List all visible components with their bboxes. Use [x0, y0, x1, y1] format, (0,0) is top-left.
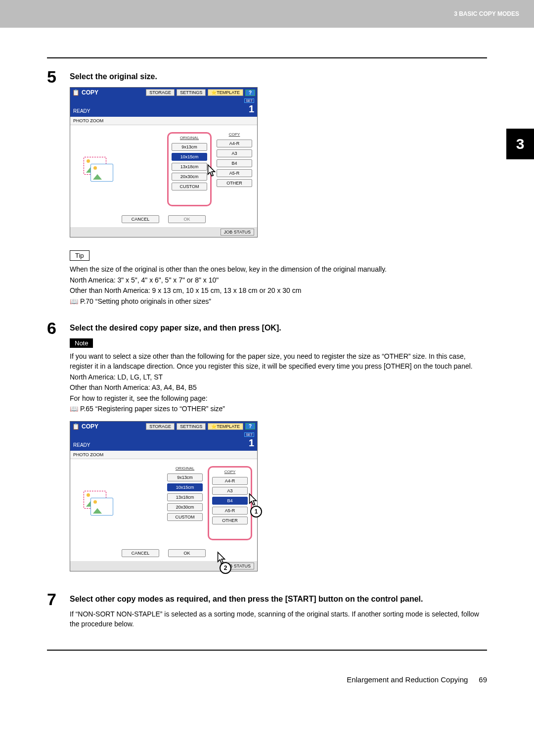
copy-b4[interactable]: B4: [217, 159, 252, 167]
copy-a3[interactable]: A3: [217, 149, 252, 157]
step-body-text: If “NON-SORT NON-STAPLE” is selected as …: [70, 610, 487, 629]
size-9x13[interactable]: 9x13cm: [172, 143, 207, 151]
copy-count: 1: [244, 104, 254, 114]
storage-button[interactable]: STORAGE: [146, 423, 175, 430]
tip-label: Tip: [70, 250, 89, 261]
copy-size-column: COPY A4-R A3 B4 A5-R OTHER: [208, 466, 252, 540]
size-10x15[interactable]: 10x15cm: [172, 153, 207, 161]
copy-other[interactable]: OTHER: [212, 517, 248, 524]
step-6: 6 Select the desired copy paper size, an…: [47, 320, 487, 578]
template-button[interactable]: ⭐TEMPLATE: [208, 89, 243, 96]
ok-button[interactable]: OK: [168, 549, 206, 557]
copy-a5r[interactable]: A5-R: [212, 507, 248, 515]
help-button[interactable]: ?: [245, 423, 255, 429]
template-button[interactable]: ⭐TEMPLATE: [208, 423, 243, 430]
set-label: SET: [244, 432, 254, 437]
tip-ref: P.70 “Setting photo originals in other s…: [70, 297, 487, 307]
step-title: Select the original size.: [70, 72, 487, 81]
page-number: 69: [479, 675, 487, 684]
status-text: READY: [73, 108, 90, 114]
size-10x15[interactable]: 10x15cm: [167, 483, 203, 491]
app-title: 📋 COPY: [72, 423, 98, 430]
footer-section: Enlargement and Reduction Copying: [347, 675, 468, 684]
help-button[interactable]: ?: [245, 90, 255, 96]
set-label: SET: [244, 98, 254, 103]
photo-zoom-icon: [75, 132, 120, 206]
copy-other[interactable]: OTHER: [217, 179, 252, 187]
note-body: If you want to select a size other than …: [70, 352, 487, 414]
callout-1: 1: [250, 506, 262, 518]
copy-size-column: COPY A4-R A3 B4 A5-R OTHER: [217, 132, 252, 206]
mode-label: PHOTO ZOOM: [70, 117, 257, 125]
copy-a5r[interactable]: A5-R: [217, 169, 252, 177]
size-custom[interactable]: CUSTOM: [172, 183, 207, 190]
callout-2: 2: [220, 562, 231, 574]
size-9x13[interactable]: 9x13cm: [167, 473, 203, 481]
ok-button[interactable]: OK: [168, 215, 206, 223]
step-number: 7: [47, 591, 61, 630]
original-size-column: ORIGINAL 9x13cm 10x15cm 13x18cm 20x30cm …: [167, 466, 203, 540]
size-custom[interactable]: CUSTOM: [167, 513, 203, 521]
copy-count: 1: [244, 438, 254, 448]
chapter-label: 3 BASIC COPY MODES: [454, 10, 519, 17]
app-title: 📋 COPY: [72, 89, 98, 96]
device-screenshot-a: 📋 COPY STORAGE SETTINGS ⭐TEMPLATE ? READ…: [70, 87, 258, 237]
size-13x18[interactable]: 13x18cm: [172, 163, 207, 171]
cancel-button[interactable]: CANCEL: [122, 549, 159, 557]
page-footer: Enlargement and Reduction Copying 69: [0, 675, 534, 684]
step-number: 6: [47, 320, 61, 578]
copy-b4[interactable]: B4: [212, 497, 248, 505]
size-20x30[interactable]: 20x30cm: [167, 503, 203, 511]
step-5: 5 Select the original size. 📋 COPY STORA…: [47, 68, 487, 307]
copy-a4r[interactable]: A4-R: [217, 140, 252, 147]
copy-a4r[interactable]: A4-R: [212, 477, 248, 485]
copy-a3[interactable]: A3: [212, 487, 248, 495]
settings-button[interactable]: SETTINGS: [177, 423, 206, 430]
step-7: 7 Select other copy modes as required, a…: [47, 591, 487, 630]
mode-label: PHOTO ZOOM: [70, 451, 257, 459]
cancel-button[interactable]: CANCEL: [122, 215, 159, 223]
photo-zoom-icon: [75, 466, 120, 540]
size-13x18[interactable]: 13x18cm: [167, 493, 203, 501]
device-screenshot-b: 📋 COPY STORAGE SETTINGS ⭐TEMPLATE ? READ…: [70, 421, 258, 571]
job-status-button[interactable]: JOB STATUS: [221, 229, 254, 236]
pointer-icon: [205, 164, 218, 179]
step-number: 5: [47, 68, 61, 307]
status-text: READY: [73, 442, 90, 448]
note-ref: P.65 “Registering paper sizes to “OTHER”…: [70, 404, 487, 414]
chapter-header: 3 BASIC COPY MODES: [0, 0, 534, 28]
size-20x30[interactable]: 20x30cm: [172, 173, 207, 181]
note-label: Note: [70, 338, 93, 348]
settings-button[interactable]: SETTINGS: [177, 89, 206, 96]
tip-body: When the size of the original is other t…: [70, 265, 487, 306]
step-title: Select other copy modes as required, and…: [70, 595, 487, 604]
step-title: Select the desired copy paper size, and …: [70, 324, 487, 332]
storage-button[interactable]: STORAGE: [146, 89, 175, 96]
